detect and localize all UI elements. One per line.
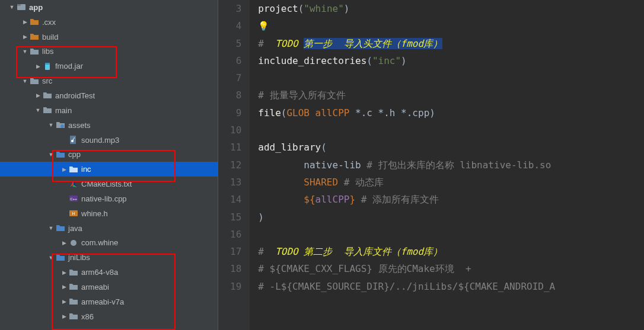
code-token: GLOB allCPP — [286, 107, 355, 118]
tree-item-native-lib-cpp[interactable]: C++native-lib.cpp — [0, 191, 218, 206]
tree-item-main[interactable]: main — [0, 103, 218, 118]
svg-point-13 — [71, 240, 76, 246]
tree-label: armeabi — [81, 283, 109, 291]
tree-arrow-icon[interactable] — [21, 18, 28, 25]
tree-arrow-icon[interactable] — [21, 78, 28, 85]
code-token: allCPP — [315, 194, 350, 205]
line-number: 9 — [230, 104, 241, 121]
tree-label: jniLibs — [68, 253, 90, 262]
code-token: # -L${CMAKE_SOURCE_DIR}/../jniLibs/${CMA… — [258, 281, 555, 292]
tree-item-libs[interactable]: libs — [0, 44, 218, 59]
code-token: # 动态库 — [344, 177, 384, 188]
tree-arrow-icon[interactable] — [47, 121, 55, 129]
tree-item-inc[interactable]: inc — [0, 162, 218, 177]
tree-arrow-icon[interactable] — [60, 283, 68, 290]
tree-label: fmod.jar — [55, 62, 83, 71]
code-line-12[interactable]: native-lib # 打包出来库的名称 libnative-lib.so — [258, 156, 644, 174]
tree-item-x86[interactable]: x86 — [0, 309, 218, 324]
code-token: # ${CMAKE_CXX_FLAGS} 原先的CMake环境 + — [258, 263, 471, 274]
tree-label: java — [68, 224, 82, 233]
code-editor[interactable]: 345678910111213141516171819 project("whi… — [218, 0, 644, 330]
tree-label: .cxx — [42, 18, 56, 27]
code-line-9[interactable]: file(GLOB allCPP *.c *.h *.cpp) — [258, 104, 644, 121]
tree-item-assets[interactable]: assets — [0, 118, 218, 133]
code-line-10[interactable] — [258, 121, 644, 139]
tree-arrow-icon[interactable] — [21, 33, 28, 40]
tree-item-com-whine[interactable]: com.whine — [0, 236, 218, 251]
tree-item-whine-h[interactable]: Hwhine.h — [0, 206, 218, 221]
project-tree-panel[interactable]: app.cxxbuildlibsfmod.jarsrcandroidTestma… — [0, 0, 218, 330]
tree-item-androidtest[interactable]: androidTest — [0, 88, 218, 103]
code-line-5[interactable]: # TODO 第一步 导入头文件（fmod库） — [258, 35, 644, 52]
tree-item-armeabi-v7a[interactable]: armeabi-v7a — [0, 294, 218, 309]
tree-arrow-icon[interactable] — [60, 166, 68, 173]
tree-item-sound-mp3[interactable]: sound.mp3 — [0, 133, 218, 148]
svg-rect-1 — [17, 4, 21, 6]
code-line-6[interactable]: include_directories("inc") — [258, 52, 644, 69]
tree-item-src[interactable]: src — [0, 73, 218, 88]
tree-item-cpp[interactable]: cpp — [0, 147, 218, 162]
tree-arrow-icon[interactable] — [8, 4, 15, 11]
code-line-18[interactable]: # ${CMAKE_CXX_FLAGS} 原先的CMake环境 + — [258, 260, 644, 277]
tree-arrow-icon[interactable] — [34, 63, 42, 70]
tree-label: libs — [42, 47, 54, 56]
tree-item-armeabi[interactable]: armeabi — [0, 280, 218, 294]
tree-arrow-icon[interactable] — [60, 239, 68, 246]
code-line-16[interactable] — [258, 226, 644, 243]
tree-arrow-icon[interactable] — [60, 313, 68, 320]
resfolder-icon — [56, 120, 65, 130]
code-line-17[interactable]: # TODO 第二步 导入库文件（fmod库） — [258, 243, 644, 260]
tree-item-arm64-v8a[interactable]: arm64-v8a — [0, 265, 218, 280]
code-token: ( — [298, 3, 304, 14]
tree-item--cxx[interactable]: .cxx — [0, 15, 218, 30]
folder-icon — [69, 268, 78, 277]
code-line-19[interactable]: # -L${CMAKE_SOURCE_DIR}/../jniLibs/${CMA… — [258, 278, 644, 295]
tree-item-cmakelists-txt[interactable]: CMakeLists.txt — [0, 177, 218, 191]
code-line-15[interactable]: ) — [258, 209, 644, 226]
tree-arrow-icon[interactable] — [60, 269, 68, 276]
line-number: 18 — [230, 260, 241, 277]
tree-item-fmod-jar[interactable]: fmod.jar — [0, 59, 218, 73]
h-icon: H — [69, 209, 78, 218]
folder-icon — [30, 76, 39, 86]
code-line-4[interactable]: 💡 — [258, 17, 644, 34]
tree-arrow-icon[interactable] — [47, 151, 55, 158]
tree-arrow-icon[interactable] — [47, 225, 55, 232]
code-token: ) — [258, 212, 264, 223]
line-number: 4 — [230, 17, 241, 34]
tree-item-app[interactable]: app — [0, 0, 218, 15]
code-line-7[interactable] — [258, 69, 644, 86]
tree-arrow-icon[interactable] — [60, 298, 68, 305]
jar-icon — [43, 62, 52, 71]
tree-arrow-icon[interactable] — [34, 92, 42, 99]
code-line-11[interactable]: add_library( — [258, 139, 644, 156]
tree-label: whine.h — [81, 209, 108, 218]
code-token: project — [258, 3, 298, 14]
tree-arrow-icon[interactable] — [34, 107, 42, 114]
line-number: 13 — [230, 174, 241, 191]
tree-label: main — [55, 106, 72, 115]
audio-icon — [69, 135, 78, 145]
code-line-3[interactable]: project("whine") — [258, 0, 644, 17]
tree-label: sound.mp3 — [81, 136, 119, 145]
tree-item-build[interactable]: build — [0, 30, 218, 44]
code-line-13[interactable]: SHARED # 动态库 — [258, 174, 644, 191]
code-token: ( — [321, 142, 327, 153]
tree-item-jnilibs[interactable]: jniLibs — [0, 250, 218, 265]
line-number: 3 — [230, 0, 241, 17]
line-number: 6 — [230, 52, 241, 69]
tree-arrow-icon[interactable] — [21, 48, 28, 55]
code-line-8[interactable]: # 批量导入所有文件 — [258, 86, 644, 104]
code-area[interactable]: project("whine")💡# TODO 第一步 导入头文件（fmod库）… — [250, 0, 644, 330]
svg-text:H: H — [72, 212, 75, 216]
tree-item-java[interactable]: java — [0, 221, 218, 236]
folder-orange-icon — [30, 17, 39, 27]
code-token: ) — [344, 3, 350, 14]
code-line-14[interactable]: ${allCPP} # 添加所有库文件 — [258, 191, 644, 208]
svg-rect-3 — [45, 63, 50, 65]
code-token: SHARED — [304, 177, 343, 188]
tree-label: inc — [81, 165, 91, 174]
tree-arrow-icon[interactable] — [47, 254, 55, 261]
code-token: *.c *.h *.cpp — [355, 107, 429, 118]
line-number: 17 — [230, 243, 241, 260]
